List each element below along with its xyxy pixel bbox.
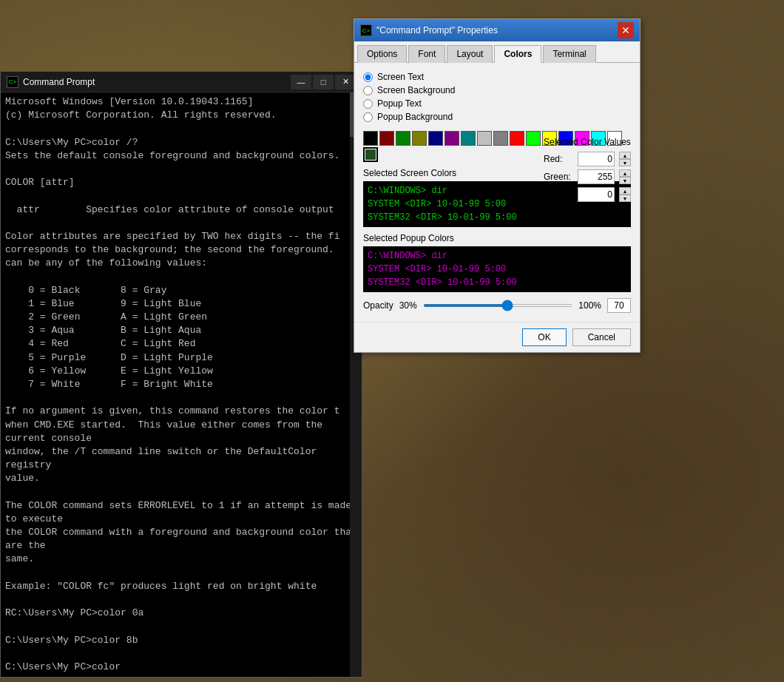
dialog-icon: C> <box>360 24 372 36</box>
color-values-section: Selected Color Values Red: ▲ ▼ Green: ▲ … <box>544 137 631 205</box>
color-values-title: Selected Color Values <box>544 137 631 147</box>
swatch-lime[interactable] <box>526 131 541 146</box>
blue-value-row: Blue: ▲ ▼ <box>544 187 631 202</box>
popup-preview: C:\WINDOWS> dir SYSTEM <DIR> 10-01-99 5:… <box>363 246 631 292</box>
swatch-darkred[interactable] <box>379 131 394 146</box>
cmd-maximize-button[interactable]: □ <box>313 75 334 90</box>
cmd-window-icon: C> <box>7 76 18 88</box>
opacity-slider[interactable] <box>423 304 573 307</box>
swatch-navy[interactable] <box>428 131 443 146</box>
dialog-close-button[interactable]: ✕ <box>618 22 634 38</box>
screen-preview-line3: SYSTEM32 <DIR> 10-01-99 5:00 <box>368 211 626 224</box>
opacity-min-label: 30% <box>399 300 417 311</box>
cmd-window-controls: — □ ✕ <box>291 75 356 90</box>
red-input[interactable] <box>578 152 615 166</box>
tab-layout[interactable]: Layout <box>447 45 493 63</box>
cmd-title: Command Prompt <box>23 77 291 87</box>
popup-colors-section: Selected Popup Colors C:\WINDOWS> dir SY… <box>363 233 631 292</box>
cancel-button[interactable]: Cancel <box>572 328 631 346</box>
red-spin-up[interactable]: ▲ <box>619 152 631 159</box>
green-spinner[interactable]: ▲ ▼ <box>619 169 631 184</box>
opacity-label: Opacity <box>363 300 393 311</box>
swatch-black[interactable] <box>363 131 378 146</box>
cmd-content: Microsoft Windows [Version 10.0.19043.11… <box>1 92 362 677</box>
dialog-buttons: OK Cancel <box>354 322 640 352</box>
tab-colors[interactable]: Colors <box>494 45 541 63</box>
blue-label: Blue: <box>544 189 573 200</box>
dialog-content: Screen Text Screen Background Popup Text… <box>354 63 640 322</box>
dialog-title: "Command Prompt" Properties <box>376 25 618 36</box>
ok-button[interactable]: OK <box>522 328 566 346</box>
green-value-row: Green: ▲ ▼ <box>544 169 631 184</box>
cmd-minimize-button[interactable]: — <box>291 75 311 90</box>
swatch-darkgreen[interactable] <box>396 131 410 146</box>
swatch-red[interactable] <box>510 131 524 146</box>
tab-options[interactable]: Options <box>357 45 407 63</box>
radio-screen-background[interactable]: Screen Background <box>363 85 631 95</box>
opacity-max-label: 100% <box>578 300 601 311</box>
swatch-gray[interactable] <box>493 131 508 146</box>
red-spin-down[interactable]: ▼ <box>619 159 631 166</box>
red-label: Red: <box>544 154 573 164</box>
red-value-row: Red: ▲ ▼ <box>544 152 631 166</box>
blue-spinner[interactable]: ▲ ▼ <box>619 187 631 202</box>
radio-popup-background[interactable]: Popup Background <box>363 112 631 122</box>
blue-spin-up[interactable]: ▲ <box>619 187 631 195</box>
cmd-close-button[interactable]: ✕ <box>335 75 356 90</box>
radio-popup-text[interactable]: Popup Text <box>363 98 631 109</box>
blue-input[interactable] <box>578 187 615 202</box>
green-label: Green: <box>544 172 573 182</box>
opacity-section: Opacity 30% 100% <box>363 298 631 313</box>
cmd-titlebar: C> Command Prompt — □ ✕ <box>1 72 362 92</box>
swatch-custom[interactable] <box>363 147 378 162</box>
dialog-tabs: Options Font Layout Colors Terminal <box>354 41 640 63</box>
tab-font[interactable]: Font <box>408 45 445 63</box>
swatch-teal[interactable] <box>461 131 476 146</box>
popup-preview-line3: SYSTEM32 <DIR> 10-01-99 5:00 <box>368 276 626 289</box>
swatch-silver[interactable] <box>477 131 492 146</box>
cmd-text: Microsoft Windows [Version 10.0.19043.11… <box>5 95 357 677</box>
dialog-titlebar: C> "Command Prompt" Properties ✕ <box>354 19 640 41</box>
blue-spin-down[interactable]: ▼ <box>619 195 631 202</box>
opacity-value-input[interactable] <box>607 298 631 313</box>
popup-preview-line2: SYSTEM <DIR> 10-01-99 5:00 <box>368 263 626 276</box>
green-input[interactable] <box>578 169 615 184</box>
popup-preview-line1: C:\WINDOWS> dir <box>368 249 626 263</box>
red-spinner[interactable]: ▲ ▼ <box>619 152 631 166</box>
green-spin-up[interactable]: ▲ <box>619 169 631 177</box>
green-spin-down[interactable]: ▼ <box>619 177 631 184</box>
cmd-window: C> Command Prompt — □ ✕ Microsoft Window… <box>0 71 362 678</box>
popup-colors-label: Selected Popup Colors <box>363 233 631 243</box>
radio-group: Screen Text Screen Background Popup Text… <box>363 72 631 122</box>
properties-dialog: C> "Command Prompt" Properties ✕ Options… <box>354 18 641 353</box>
swatch-olive[interactable] <box>412 131 427 146</box>
swatch-purple[interactable] <box>445 131 459 146</box>
radio-screen-text[interactable]: Screen Text <box>363 72 631 82</box>
tab-terminal[interactable]: Terminal <box>543 45 595 63</box>
